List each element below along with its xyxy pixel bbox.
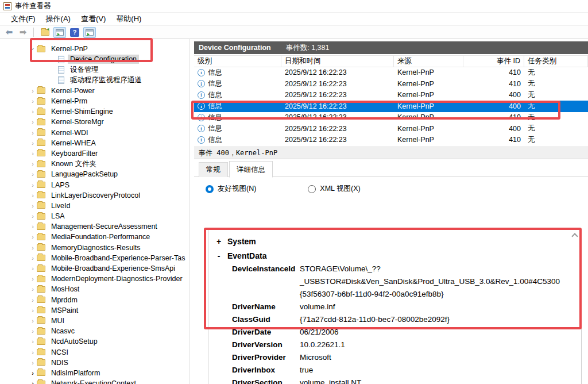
tree-item[interactable]: ›LiveId	[0, 201, 189, 211]
chevron-collapsed-icon[interactable]: ›	[29, 297, 37, 304]
help-button[interactable]: ?	[68, 27, 81, 38]
folder-icon	[37, 370, 45, 376]
menu-item-3[interactable]: 帮助(H)	[111, 12, 146, 26]
tree-item[interactable]: ›KeyboardFilter	[0, 148, 189, 159]
tree-item[interactable]: ›MosHost	[0, 284, 189, 294]
chevron-collapsed-icon[interactable]: ›	[29, 307, 37, 314]
menu-item-0[interactable]: 文件(F)	[6, 12, 41, 26]
console-tree-toggle-button[interactable]	[53, 27, 66, 38]
chevron-collapsed-icon[interactable]: ›	[29, 286, 37, 293]
chevron-collapsed-icon[interactable]: ›	[29, 87, 37, 94]
chevron-collapsed-icon[interactable]: ›	[29, 370, 37, 377]
menu-item-1[interactable]: 操作(A)	[41, 12, 76, 26]
tree-item[interactable]: ›MediaFoundation-Performance	[0, 232, 189, 242]
chevron-collapsed-icon[interactable]: ›	[29, 338, 37, 345]
chevron-expanded-icon[interactable]: ›	[29, 45, 36, 53]
column-header-3[interactable]: 事件 ID	[463, 56, 524, 67]
event-level-cell: i信息	[194, 68, 281, 78]
tree-item[interactable]: ›ModernDeployment-Diagnostics-Provider	[0, 274, 189, 284]
chevron-collapsed-icon[interactable]: ›	[29, 98, 37, 105]
chevron-collapsed-icon[interactable]: ›	[29, 265, 37, 272]
chevron-collapsed-icon[interactable]: ›	[29, 359, 37, 366]
tree-item[interactable]: ›Known 文件夹	[0, 159, 189, 169]
export-folder-button[interactable]	[38, 27, 51, 38]
column-header-4[interactable]: 任务类别	[524, 56, 588, 67]
tree-item[interactable]: ›Mobile-Broadband-Experience-Parser-Tas	[0, 253, 189, 263]
chevron-collapsed-icon[interactable]: ›	[29, 202, 37, 209]
tree-item[interactable]: ›MemoryDiagnostics-Results	[0, 243, 189, 253]
chevron-collapsed-icon[interactable]: ›	[29, 213, 37, 220]
chevron-collapsed-icon[interactable]: ›	[29, 182, 37, 189]
tree-item[interactable]: ›NcdAutoSetup	[0, 336, 189, 347]
back-arrow-icon[interactable]: ⬅	[3, 28, 15, 37]
chevron-collapsed-icon[interactable]: ›	[29, 223, 37, 230]
tree-item[interactable]: ›Network-ExecutionContext	[0, 378, 189, 384]
eventdata-field-name: DriverProvider	[232, 351, 300, 364]
tree-item[interactable]: ›Kernel-PnP	[0, 44, 189, 54]
column-header-1[interactable]: 日期和时间	[281, 56, 394, 67]
view-option-friendly[interactable]: 友好视图(N)	[206, 184, 256, 194]
chevron-collapsed-icon[interactable]: ›	[29, 108, 37, 115]
event-row[interactable]: i信息2025/9/12 16:22:23Kernel-PnP400无	[194, 90, 588, 101]
tree-item[interactable]: ›Kernel-Prm	[0, 96, 189, 106]
tree-item[interactable]: ›Mobile-Broadband-Experience-SmsApi	[0, 263, 189, 274]
info-icon: i	[198, 102, 205, 110]
chevron-collapsed-icon[interactable]: ›	[29, 275, 37, 282]
tree-item[interactable]: ›LinkLayerDiscoveryProtocol	[0, 190, 189, 201]
tree-item[interactable]: ›LSA	[0, 211, 189, 221]
tree-item-label: 设备管理	[68, 64, 101, 75]
section-toggle-row[interactable]: -EventData	[216, 248, 581, 263]
tree-item[interactable]: ›Management-SecureAssessment	[0, 221, 189, 232]
tree-item[interactable]: ›Kernel-ShimEngine	[0, 106, 189, 117]
folder-icon	[37, 349, 45, 355]
tree-item[interactable]: Device Configuration	[0, 54, 189, 64]
section-toggle-row[interactable]: +System	[216, 234, 581, 248]
column-header-2[interactable]: 来源	[394, 56, 463, 67]
chevron-collapsed-icon[interactable]: ›	[29, 349, 37, 356]
event-row[interactable]: i信息2025/9/12 16:22:23Kernel-PnP400无	[194, 123, 588, 135]
tree-item[interactable]: ›Ncasvc	[0, 326, 189, 336]
menu-item-2[interactable]: 查看(V)	[76, 12, 111, 26]
tab-details[interactable]: 详细信息	[229, 161, 273, 178]
chevron-collapsed-icon[interactable]: ›	[29, 129, 37, 136]
column-header-0[interactable]: 级别	[194, 56, 281, 67]
tree-item[interactable]: ›MSPaint	[0, 305, 189, 316]
tree-item[interactable]: ›Mprddm	[0, 295, 189, 305]
action-pane-toggle-button[interactable]	[83, 27, 96, 38]
view-option-xml[interactable]: XML 视图(X)	[308, 184, 360, 194]
tree-item[interactable]: ›NDIS	[0, 358, 189, 368]
chevron-collapsed-icon[interactable]: ›	[29, 328, 37, 335]
tree-item[interactable]: ›NdisImPlatform	[0, 368, 189, 378]
tree-item[interactable]: 驱动程序监视程序通道	[0, 75, 189, 86]
chevron-collapsed-icon[interactable]: ›	[29, 317, 37, 324]
chevron-collapsed-icon[interactable]: ›	[29, 192, 37, 199]
tree-item[interactable]: ›MUI	[0, 316, 189, 326]
tree-item[interactable]: 设备管理	[0, 64, 189, 75]
chevron-collapsed-icon[interactable]: ›	[29, 160, 37, 167]
chevron-collapsed-icon[interactable]: ›	[29, 244, 37, 251]
event-row[interactable]: i信息2025/9/12 16:22:23Kernel-PnP410无	[194, 78, 588, 90]
tree-item[interactable]: ›NCSI	[0, 347, 189, 357]
chevron-collapsed-icon[interactable]: ›	[29, 380, 37, 384]
event-row[interactable]: i信息2025/9/12 16:22:23Kernel-PnP410无	[194, 67, 588, 79]
forward-arrow-icon[interactable]: ➡	[17, 28, 29, 37]
chevron-collapsed-icon[interactable]: ›	[29, 150, 37, 157]
chevron-collapsed-icon[interactable]: ›	[29, 140, 37, 147]
chevron-collapsed-icon[interactable]: ›	[29, 118, 37, 125]
tree-item[interactable]: ›Kernel-Power	[0, 86, 189, 96]
title-bar: 事件查看器	[0, 0, 588, 13]
chevron-collapsed-icon[interactable]: ›	[29, 255, 37, 262]
tree-item[interactable]: ›LAPS	[0, 179, 189, 190]
tree-item[interactable]: ›LanguagePackSetup	[0, 169, 189, 179]
chevron-collapsed-icon[interactable]: ›	[29, 233, 37, 240]
tree-item[interactable]: ›Kernel-WDI	[0, 128, 189, 138]
tree-item[interactable]: ›Kernel-WHEA	[0, 138, 189, 148]
event-row[interactable]: i信息2025/9/12 16:22:23Kernel-PnP400无	[194, 101, 588, 112]
tree-item[interactable]: ›Kernel-StoreMgr	[0, 117, 189, 127]
chevron-collapsed-icon[interactable]: ›	[29, 171, 37, 178]
folder-icon	[37, 359, 45, 366]
event-row[interactable]: i信息2025/9/12 16:22:23Kernel-PnP410无	[194, 135, 588, 146]
event-row[interactable]: i信息2025/9/12 16:22:23Kernel-PnP410无	[194, 112, 588, 124]
event-level-label: 信息	[208, 79, 222, 89]
tab-general[interactable]: 常规	[199, 162, 228, 177]
